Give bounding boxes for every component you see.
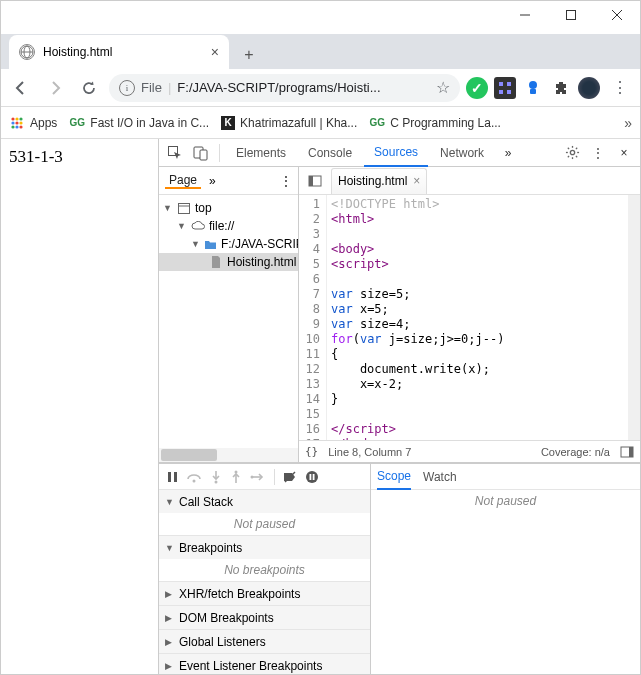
line-gutter: 123456789101112131415161718 <box>299 195 327 440</box>
section-title: Call Stack <box>179 495 233 509</box>
svg-point-19 <box>11 125 14 128</box>
browser-tabstrip: Hoisting.html × + <box>1 34 640 69</box>
tree-row-top[interactable]: ▼ top <box>159 199 298 217</box>
show-debugger-icon[interactable] <box>620 445 634 459</box>
devtools-tab-sources[interactable]: Sources <box>364 139 428 167</box>
bookmark-item-1[interactable]: GG Fast I/O in Java in C... <box>69 115 209 131</box>
pause-on-exceptions-icon[interactable] <box>305 470 319 484</box>
forward-button[interactable] <box>41 74 69 102</box>
code-editor[interactable]: 123456789101112131415161718 <!DOCTYPE ht… <box>299 195 640 440</box>
reload-button[interactable] <box>75 74 103 102</box>
svg-rect-34 <box>179 203 190 213</box>
chrome-menu-button[interactable]: ⋮ <box>606 74 634 102</box>
extensions-button[interactable] <box>550 77 572 99</box>
navigator-menu-icon[interactable]: ⋮ <box>280 174 292 188</box>
folder-icon <box>204 239 217 250</box>
deactivate-breakpoints-icon[interactable] <box>283 470 297 484</box>
bookmark-label: C Programming La... <box>390 116 501 130</box>
window-close-button[interactable] <box>594 1 640 29</box>
code-lines[interactable]: <!DOCTYPE html><html> <body><script> var… <box>327 195 628 440</box>
devtools-tabs-overflow-icon[interactable]: » <box>496 141 520 165</box>
extension-icon-1[interactable]: ✓ <box>466 77 488 99</box>
bookmarks-bar: Apps GG Fast I/O in Java in C... K Khatr… <box>1 107 640 139</box>
bookmark-item-2[interactable]: K Khatrimazafull | Kha... <box>221 116 357 130</box>
tree-row-scheme[interactable]: ▼ file:// <box>159 217 298 235</box>
browser-tab-active[interactable]: Hoisting.html × <box>9 35 229 69</box>
braces-icon[interactable]: {} <box>305 445 318 458</box>
debugger-pane: ▼Call Stack Not paused ▼Breakpoints No b… <box>159 463 640 674</box>
svg-rect-9 <box>499 90 503 94</box>
close-tab-icon[interactable]: × <box>211 44 219 60</box>
svg-rect-52 <box>313 474 315 480</box>
show-navigator-icon[interactable] <box>303 169 327 193</box>
devtools-menu-icon[interactable]: ⋮ <box>586 141 610 165</box>
scope-tab[interactable]: Scope <box>377 464 411 490</box>
window-minimize-button[interactable] <box>502 1 548 29</box>
bookmarks-overflow-icon[interactable]: » <box>624 115 632 131</box>
device-toggle-icon[interactable] <box>189 141 213 165</box>
svg-point-14 <box>15 117 18 120</box>
coverage-status: Coverage: n/a <box>541 446 610 458</box>
svg-rect-40 <box>168 472 171 482</box>
navigator-tree: ▼ top ▼ file:// ▼ F:/JAVA-SCRIPT/ <box>159 195 298 448</box>
browser-tab-title: Hoisting.html <box>43 45 203 59</box>
bookmark-label: Khatrimazafull | Kha... <box>240 116 357 130</box>
tree-label: F:/JAVA-SCRIPT/pro <box>221 237 298 251</box>
extension-icon-2[interactable] <box>494 77 516 99</box>
svg-point-25 <box>570 150 574 154</box>
navigator-hscrollbar[interactable] <box>159 448 298 462</box>
section-header[interactable]: ▼Call Stack <box>159 490 370 513</box>
bookmark-apps[interactable]: Apps <box>9 115 57 131</box>
step-out-icon[interactable] <box>230 470 242 484</box>
svg-point-50 <box>306 471 318 483</box>
svg-point-18 <box>19 121 22 124</box>
profile-avatar[interactable] <box>578 77 600 99</box>
svg-rect-7 <box>499 82 503 86</box>
page-output: 531-1-3 <box>1 139 159 674</box>
section-header[interactable]: ▶Global Listeners <box>159 630 370 653</box>
step-icon[interactable] <box>250 471 266 483</box>
gfg-icon: GG <box>369 115 385 131</box>
devtools-close-icon[interactable]: × <box>612 141 636 165</box>
inspect-element-icon[interactable] <box>163 141 187 165</box>
devtools-tab-elements[interactable]: Elements <box>226 139 296 167</box>
globe-icon <box>19 44 35 60</box>
editor-file-tab[interactable]: Hoisting.html × <box>331 168 427 194</box>
tree-label: Hoisting.html <box>227 255 296 269</box>
info-icon[interactable]: i <box>119 80 135 96</box>
svg-rect-37 <box>309 176 313 186</box>
section-header[interactable]: ▼Breakpoints <box>159 536 370 559</box>
step-over-icon[interactable] <box>186 471 202 483</box>
devtools-tab-console[interactable]: Console <box>298 139 362 167</box>
devtools-tab-network[interactable]: Network <box>430 139 494 167</box>
tree-row-file[interactable]: Hoisting.html <box>159 253 298 271</box>
section-header[interactable]: ▶Event Listener Breakpoints <box>159 654 370 674</box>
svg-point-46 <box>235 470 238 473</box>
star-icon[interactable]: ☆ <box>436 78 450 97</box>
pause-icon[interactable] <box>167 471 178 483</box>
back-button[interactable] <box>7 74 35 102</box>
twisty-icon: ▼ <box>177 221 187 231</box>
devtools-settings-icon[interactable] <box>560 141 584 165</box>
new-tab-button[interactable]: + <box>235 41 263 69</box>
navigator-tab-page[interactable]: Page <box>165 173 201 189</box>
bookmark-item-3[interactable]: GG C Programming La... <box>369 115 501 131</box>
tree-row-folder[interactable]: ▼ F:/JAVA-SCRIPT/pro <box>159 235 298 253</box>
address-bar[interactable]: i File | F:/JAVA-SCRIPT/programs/Hoisti.… <box>109 74 460 102</box>
section-call-stack: ▼Call Stack Not paused <box>159 490 370 536</box>
gfg-icon: GG <box>69 115 85 131</box>
svg-point-42 <box>193 479 196 482</box>
tree-label: file:// <box>209 219 234 233</box>
debugger-right-pane: Scope Watch Not paused <box>371 464 640 674</box>
close-icon[interactable]: × <box>413 174 420 188</box>
extension-icon-3[interactable] <box>522 77 544 99</box>
window-maximize-button[interactable] <box>548 1 594 29</box>
section-title: XHR/fetch Breakpoints <box>179 587 300 601</box>
navigator-overflow-icon[interactable]: » <box>209 174 216 188</box>
section-header[interactable]: ▶XHR/fetch Breakpoints <box>159 582 370 605</box>
section-title: Breakpoints <box>179 541 242 555</box>
twisty-icon: ▼ <box>191 239 200 249</box>
watch-tab[interactable]: Watch <box>423 464 457 490</box>
step-into-icon[interactable] <box>210 470 222 484</box>
section-header[interactable]: ▶DOM Breakpoints <box>159 606 370 629</box>
